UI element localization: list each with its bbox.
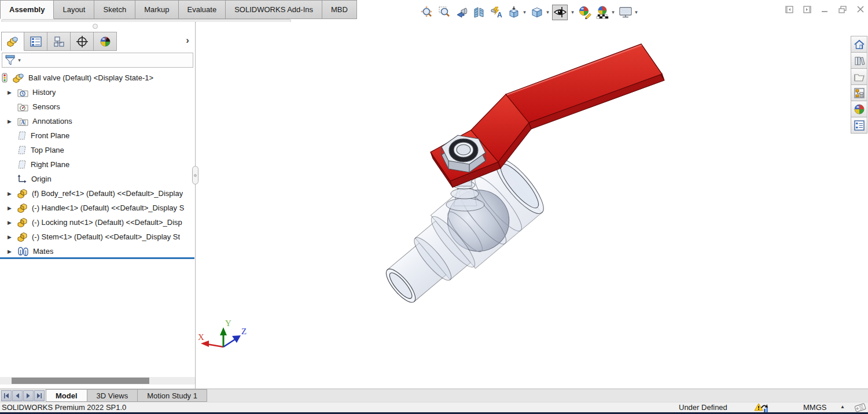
custom-properties-icon[interactable] — [851, 117, 867, 134]
collapse-left-pane-icon[interactable] — [785, 6, 793, 13]
triad-y-label: Y — [225, 319, 231, 328]
design-library-icon[interactable] — [851, 52, 867, 69]
tab-assembly[interactable]: Assembly — [0, 0, 54, 19]
tree-item-right-plane[interactable]: Right Plane — [0, 157, 194, 172]
constraint-state: Under Defined — [679, 403, 727, 412]
tags-icon[interactable] — [854, 402, 867, 412]
svg-text:A: A — [497, 11, 502, 19]
commandmanager-tabs: Assembly Layout Sketch Markup Evaluate S… — [0, 0, 357, 19]
expand-arrow[interactable]: ▶ — [6, 220, 17, 226]
zoom-to-area-icon[interactable] — [436, 5, 452, 20]
previous-tab-icon[interactable] — [12, 390, 23, 401]
assembly-icon — [13, 73, 24, 83]
expand-arrow[interactable]: ▶ — [6, 205, 17, 211]
tab-featuremanager-design-tree[interactable] — [1, 32, 24, 51]
previous-view-icon[interactable] — [454, 5, 469, 20]
graphics-viewport[interactable]: X Y Z — [196, 22, 868, 389]
tree-item-top-plane[interactable]: Top Plane — [0, 143, 194, 157]
home-icon[interactable] — [851, 36, 867, 53]
status-bar: SOLIDWORKS Premium 2022 SP1.0 Under Defi… — [0, 402, 868, 412]
close-icon[interactable] — [857, 6, 865, 13]
expand-arrow[interactable]: ▶ — [6, 249, 17, 254]
tab-displaymanager[interactable] — [94, 32, 117, 51]
tab-solidworks-add-ins[interactable]: SOLIDWORKS Add-Ins — [226, 0, 322, 19]
expand-arrow[interactable]: ▶ — [6, 234, 17, 240]
rollback-bar[interactable] — [0, 257, 194, 259]
tree-item-sensors[interactable]: Sensors — [0, 99, 194, 114]
hide-show-items-icon[interactable] — [552, 5, 568, 20]
sensors-folder-icon — [17, 102, 28, 112]
tab-layout[interactable]: Layout — [54, 0, 94, 19]
tab-sketch[interactable]: Sketch — [94, 0, 135, 19]
scrollbar-thumb[interactable] — [12, 378, 149, 384]
display-style-icon[interactable] — [529, 5, 545, 20]
performance-warning-icon[interactable] — [754, 402, 769, 413]
tree-item-locking-nut[interactable]: ▶ (-) Locking nut<1> (Default) <<Default… — [0, 215, 194, 230]
part-icon — [17, 203, 28, 213]
heads-up-view-toolbar: A ▾ ▾ ▾ ▾ ▾ — [419, 3, 639, 21]
minimize-icon[interactable] — [821, 6, 829, 13]
tree-filter[interactable]: ▾ — [2, 53, 193, 68]
tab-markup[interactable]: Markup — [135, 0, 178, 19]
tree-item-handle[interactable]: ▶ (-) Handle<1> (Default) <<Default>_Dis… — [0, 201, 194, 215]
view-settings-icon[interactable] — [617, 5, 633, 20]
plane-icon — [17, 160, 27, 169]
triad-z-label: Z — [241, 327, 247, 336]
tab-dimxpertmanager[interactable] — [71, 32, 94, 51]
expand-arrow[interactable]: ▶ — [6, 119, 17, 124]
expand-panel-chevron-icon[interactable]: › — [186, 35, 189, 46]
filter-dropdown[interactable]: ▾ — [17, 57, 22, 63]
feature-tree: Ball valve (Default) <Display State-1> ▶… — [0, 71, 194, 258]
view-orientation-icon[interactable] — [506, 5, 521, 20]
hide-show-items-dropdown[interactable]: ▾ — [570, 9, 575, 15]
tree-item-origin[interactable]: Origin — [0, 172, 194, 186]
task-pane — [851, 36, 867, 133]
expand-arrow[interactable]: ▶ — [6, 90, 17, 95]
tree-item-history[interactable]: ▶ History — [0, 85, 194, 99]
tree-item-stem[interactable]: ▶ (-) Stem<1> (Default) <<Default>_Displ… — [0, 230, 194, 244]
origin-icon — [17, 174, 27, 184]
triad-x-label: X — [198, 332, 204, 342]
panel-splitter-dot[interactable] — [93, 24, 98, 29]
view-palette-icon[interactable] — [851, 84, 867, 101]
panel-splitter-handle[interactable] — [192, 166, 198, 184]
first-tab-icon[interactable] — [1, 390, 12, 401]
tab-propertymanager[interactable] — [24, 32, 47, 51]
apply-scene-dropdown[interactable]: ▾ — [610, 9, 616, 15]
tab-mbd[interactable]: MBD — [322, 0, 357, 19]
section-view-icon[interactable] — [471, 5, 487, 20]
tab-motion-study-1[interactable]: Motion Study 1 — [138, 389, 207, 402]
tree-item-front-plane[interactable]: Front Plane — [0, 128, 194, 143]
restore-icon[interactable] — [838, 6, 847, 13]
expand-arrow[interactable]: ▶ — [6, 191, 17, 197]
tree-item-body-ref[interactable]: ▶ (f) Body_ref<1> (Default) <<Default>_D… — [0, 186, 194, 201]
next-tab-icon[interactable] — [23, 390, 34, 401]
last-tab-icon[interactable] — [34, 390, 45, 401]
filter-funnel-icon — [5, 54, 16, 66]
tree-item-mates[interactable]: ▶ Mates — [0, 244, 194, 258]
collapse-right-pane-icon[interactable] — [803, 6, 811, 13]
view-settings-dropdown[interactable]: ▾ — [634, 9, 639, 15]
apply-scene-icon[interactable] — [594, 5, 610, 20]
view-orientation-dropdown[interactable]: ▾ — [522, 9, 527, 15]
tab-model[interactable]: Model — [46, 389, 87, 402]
part-icon — [17, 232, 28, 242]
product-name: SOLIDWORKS Premium 2022 SP1.0 — [2, 403, 126, 412]
display-style-dropdown[interactable]: ▾ — [545, 9, 550, 15]
part-icon — [17, 217, 28, 227]
panel-horizontal-scrollbar[interactable] — [0, 377, 195, 385]
tab-3d-views[interactable]: 3D Views — [87, 389, 138, 402]
units-caret-icon[interactable]: ▲ — [840, 404, 845, 409]
zoom-to-fit-icon[interactable] — [419, 5, 435, 20]
units-selector[interactable]: MMGS — [803, 403, 826, 412]
tab-configurationmanager[interactable] — [47, 32, 71, 51]
edit-appearance-icon[interactable] — [577, 5, 593, 20]
tree-item-annotations[interactable]: ▶ A Annotations — [0, 114, 194, 128]
plane-icon — [17, 131, 27, 141]
appearances-scenes-icon[interactable] — [851, 101, 867, 117]
tree-item-ball-valve[interactable]: Ball valve (Default) <Display State-1> — [0, 71, 194, 85]
dynamic-annotation-views-icon[interactable]: A — [488, 5, 504, 20]
file-explorer-icon[interactable] — [851, 68, 867, 85]
document-tab-bar: Model 3D Views Motion Study 1 — [0, 389, 868, 402]
tab-evaluate[interactable]: Evaluate — [179, 0, 226, 19]
